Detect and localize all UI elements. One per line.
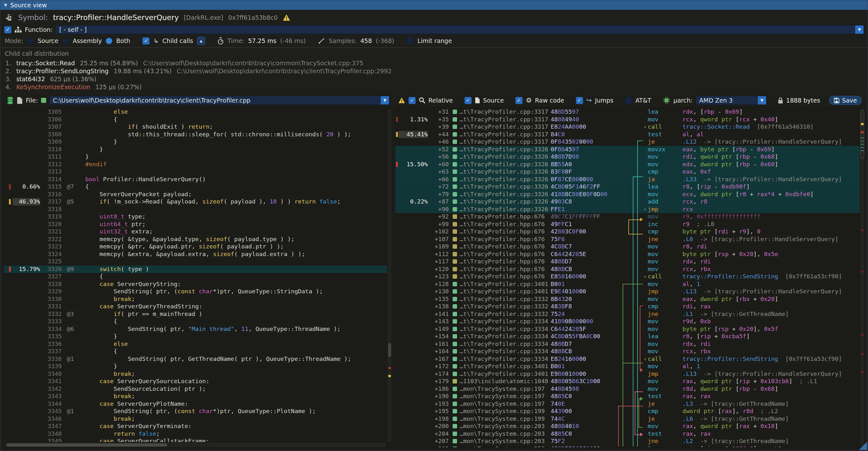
asm-row[interactable]: +99…t\TracyProfiler.hpp:67649FFC1incr9 ;… (395, 221, 860, 229)
source-vscrollbar[interactable] (388, 108, 392, 442)
source-line[interactable]: 3336 else (4, 340, 387, 348)
att-label[interactable]: AT&T (635, 97, 651, 104)
source-toggle-label[interactable]: Source (483, 97, 504, 104)
source-line[interactable]: 3343 break; (4, 393, 387, 400)
asm-row[interactable]: +195…mon\TracySystem.cpp:199443900cmpdwo… (395, 408, 860, 415)
scrollbar-thumb[interactable] (861, 110, 864, 159)
source-line[interactable]: 3306 { (4, 116, 387, 124)
source-line[interactable]: 3347 case ServerQueryTerminate: (4, 423, 387, 430)
source-line[interactable]: 3327 { (4, 273, 387, 280)
source-line[interactable]: 3345@1 SendString( ptr, (const char*)ptr… (4, 408, 387, 415)
asm-row[interactable]: +198…mon\TracySystem.cpp:199744Cje.L6 ->… (395, 415, 860, 423)
source-line[interactable]: 3311} (4, 153, 387, 161)
source-line[interactable]: 3339 } (4, 363, 387, 370)
child-call-row[interactable]: 3.stat64i32625 µs (1.36%) (5, 76, 101, 83)
source-line[interactable]: 3338@1 SendString( ptr, GetThreadName( p… (4, 356, 387, 363)
asm-row[interactable]: +204…mon\TracySystem.cpp:2034885C0testra… (395, 430, 860, 438)
asm-row[interactable]: +135…t\TracyProfiler.cpp:33328B4320movea… (395, 296, 860, 303)
source-line[interactable]: 3319 uint8_t type; (4, 213, 387, 221)
radio-both-label[interactable]: Both (116, 37, 130, 44)
source-line[interactable]: 3346 break; (4, 415, 387, 423)
source-line[interactable]: 3313 (4, 168, 387, 176)
source-line[interactable]: 3349 case ServerQueryCallstackFrame: (4, 438, 387, 442)
limit-range-label[interactable]: Limit range (417, 37, 452, 44)
collapse-distribution-button[interactable]: ▲ (197, 37, 205, 45)
jumps-checkbox[interactable]: ✓ (576, 97, 583, 104)
radio-both[interactable] (106, 38, 112, 44)
collapse-arrow-icon[interactable]: ▼ (4, 3, 7, 7)
child-call-row[interactable]: 4.KeSynchronizeExecution125 µs (0.27%) (5, 84, 147, 91)
asm-row[interactable]: +46…t\TracyProfiler.cpp:33170F8435020000… (395, 138, 860, 146)
asm-row[interactable]: 1.31%+35…t\TracyProfiler.cpp:3317488B494… (395, 116, 860, 124)
asm-row[interactable]: +120…t\TracyProfiler.hpp:676488BCBmovrcx… (395, 266, 860, 273)
source-line[interactable]: 3310 } (4, 146, 387, 153)
source-line[interactable]: 3321 uint32_t extra; (4, 228, 387, 236)
save-button[interactable]: Save (829, 96, 862, 105)
source-line[interactable]: 15.79%3326@9 switch( type ) (4, 266, 387, 273)
source-line[interactable]: 3333 { (4, 318, 387, 326)
asm-row[interactable]: +167…t\TracyProfiler.cpp:3334E824160000‹… (395, 356, 860, 363)
asm-row[interactable]: +138…t\TracyProfiler.cpp:3332483BF8cmprd… (395, 303, 860, 310)
asm-row[interactable]: +154…t\TracyProfiler.cpp:33344C8D055FBA0… (395, 333, 860, 340)
function-checkbox[interactable]: ✓ (4, 26, 11, 33)
radio-assembly[interactable] (62, 38, 69, 44)
asm-vscrollbar[interactable] (860, 108, 864, 447)
function-combobox[interactable]: [ - self - ] ▼ (56, 25, 864, 34)
uarch-dropdown-button[interactable]: ▼ (758, 96, 766, 104)
file-combobox[interactable]: C:\Users\wolf\Desktop\darkrl\contrib\tra… (49, 96, 389, 105)
asm-row[interactable]: +128…t\TracyProfiler.cpp:3401B001moval, … (395, 280, 860, 288)
source-line[interactable]: 3342 SendSourceLocation( ptr ); (4, 385, 387, 393)
raw-code-label[interactable]: Raw code (535, 97, 564, 104)
source-line[interactable]: 3318 (4, 206, 387, 213)
child-call-row[interactable]: 2.tracy::Profiler::SendLongString19.88 m… (5, 67, 392, 75)
asm-row[interactable]: +174…t\TracyProfiler.cpp:3401E9B8010000j… (395, 370, 860, 378)
child-call-name[interactable]: tracy::Socket::Read (16, 60, 75, 66)
radio-assembly-label[interactable]: Assembly (72, 37, 102, 44)
child-call-name[interactable]: stat64i32 (16, 76, 45, 83)
asm-row[interactable]: +109…t\TracyProfiler.hpp:6764C8BC7movr8,… (395, 243, 860, 251)
asm-row[interactable]: +143…t\TracyProfiler.cpp:333441B90B00000… (395, 318, 860, 326)
asm-row[interactable]: +52…t\TracyProfiler.cpp:33260FB64597movz… (395, 146, 860, 153)
asm-row[interactable]: +209…mon\TracySystem.cpp:258488D35E88610… (395, 445, 860, 448)
source-line[interactable]: 3344 case ServerQueryPlotName: (4, 400, 387, 408)
limit-range-checkbox[interactable] (406, 37, 413, 44)
asm-row[interactable]: +90…t\TracyProfiler.cpp:3326FFE1‹jmprcx (395, 206, 860, 213)
source-line[interactable]: 0.66%3315@7{ (4, 183, 387, 191)
source-line[interactable]: 3330 break; (4, 296, 387, 303)
asm-row[interactable]: +186…mon\TracySystem.cpp:197448B4598movr… (395, 385, 860, 393)
source-line[interactable]: 3331 case ServerQueryThreadString: (4, 303, 387, 310)
source-line[interactable]: 3325 (4, 258, 387, 266)
asm-row[interactable]: +56…t\TracyProfiler.cpp:3326488B7D98movr… (395, 153, 860, 161)
asm-row[interactable]: +200…mon\TracySystem.cpp:203488B4010movr… (395, 423, 860, 430)
relative-label[interactable]: Relative (428, 97, 453, 104)
asm-row[interactable]: 15.50%+60…t\TracyProfiler.cpp:33268B55A0… (395, 161, 860, 169)
child-calls-label[interactable]: Child calls (162, 37, 193, 44)
radio-source-label[interactable]: Source (37, 37, 58, 44)
scrollbar-thumb[interactable] (388, 343, 391, 357)
source-line[interactable]: 3322 memcpy( &type, &payload.type, sizeo… (4, 236, 387, 243)
source-line[interactable]: 3337 { (4, 348, 387, 356)
asm-row[interactable]: +72…t\TracyProfiler.cpp:33264C8D05F146F2… (395, 183, 860, 191)
asm-row[interactable]: +66…t\TracyProfiler.cpp:33260F87CE060000… (395, 176, 860, 183)
jumps-label[interactable]: Jumps (595, 97, 613, 104)
child-call-name[interactable]: KeSynchronizeExecution (16, 84, 90, 90)
source-line[interactable]: 3312#endif (4, 161, 387, 169)
function-dropdown-button[interactable]: ▼ (855, 26, 864, 34)
asm-row[interactable]: 0.22%+87…t\TracyProfiler.cpp:33264903C8a… (395, 198, 860, 206)
source-line[interactable]: 3305 else (4, 108, 387, 116)
child-calls-checkbox[interactable]: ✓ (142, 37, 150, 44)
resize-grip[interactable] (859, 442, 867, 450)
asm-row[interactable]: +31…t\TracyProfiler.cpp:3317488D5597lear… (395, 108, 860, 116)
uarch-combobox[interactable]: AMD Zen 3 ▼ (696, 96, 767, 105)
source-line[interactable]: 3335 } (4, 333, 387, 340)
source-line[interactable]: 3309 } (4, 138, 387, 146)
asm-row[interactable]: +123…t\TracyProfiler.hpp:676E850160000‹c… (395, 273, 860, 280)
asm-row[interactable]: +112…t\TracyProfiler.hpp:676C64424205Emo… (395, 251, 860, 258)
asm-row[interactable]: +179…1103\include\atomic:1048488B05B63C1… (395, 378, 860, 385)
source-line[interactable]: 3324 memcpy( &extra, &payload.extra, siz… (4, 251, 387, 258)
title-bar[interactable]: ▼ Source view (0, 0, 868, 10)
asm-row[interactable]: +117…t\TracyProfiler.hpp:676488BD7movrdx… (395, 258, 860, 266)
asm-row[interactable]: +172…t\TracyProfiler.cpp:3401B001moval, … (395, 363, 860, 370)
source-line[interactable]: 3314bool Profiler::HandleServerQuery() (4, 176, 387, 183)
source-line[interactable]: 3328 case ServerQueryString: (4, 280, 387, 288)
